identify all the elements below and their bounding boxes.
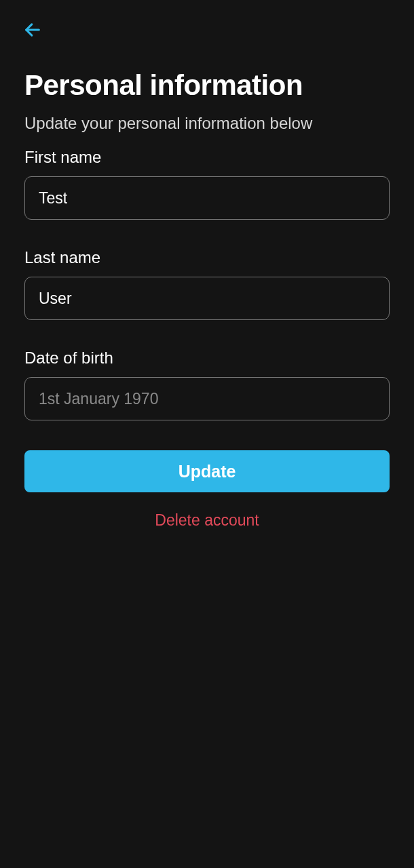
back-button[interactable] bbox=[23, 0, 42, 41]
first-name-group: First name bbox=[24, 148, 390, 220]
arrow-left-icon bbox=[23, 20, 42, 41]
last-name-label: Last name bbox=[24, 248, 390, 267]
delete-account-button[interactable]: Delete account bbox=[24, 511, 390, 530]
last-name-input[interactable] bbox=[24, 277, 390, 320]
update-button[interactable]: Update bbox=[24, 450, 390, 492]
date-of-birth-group: Date of birth bbox=[24, 349, 390, 420]
first-name-input[interactable] bbox=[24, 176, 390, 220]
date-of-birth-label: Date of birth bbox=[24, 349, 390, 368]
page-subtitle: Update your personal information below bbox=[24, 114, 390, 133]
page-title: Personal information bbox=[24, 69, 390, 102]
date-of-birth-input[interactable] bbox=[24, 377, 390, 420]
first-name-label: First name bbox=[24, 148, 390, 167]
last-name-group: Last name bbox=[24, 248, 390, 320]
